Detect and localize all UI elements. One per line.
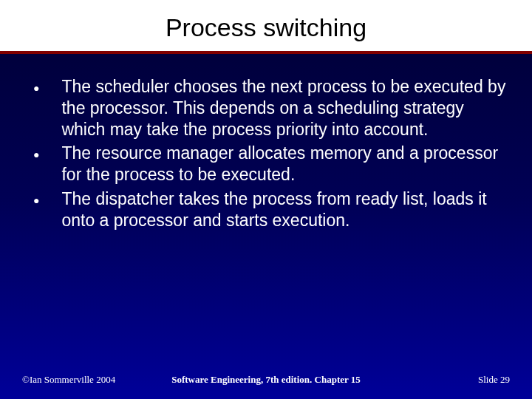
bullet-text: The resource manager allocates memory an… xyxy=(61,143,510,185)
footer-copyright: ©Ian Sommerville 2004 xyxy=(22,374,115,386)
bullet-icon: ● xyxy=(33,194,39,231)
bullet-item: ● The dispatcher takes the process from … xyxy=(33,188,510,231)
bullet-text: The scheduler chooses the next process t… xyxy=(61,76,510,140)
slide-title: Process switching xyxy=(0,13,532,42)
bullet-list: ● The scheduler chooses the next process… xyxy=(33,76,510,231)
footer-slide-number: Slide 29 xyxy=(478,374,510,386)
bullet-item: ● The resource manager allocates memory … xyxy=(33,143,510,185)
bullet-icon: ● xyxy=(33,82,39,140)
bullet-item: ● The scheduler chooses the next process… xyxy=(33,76,510,140)
bullet-icon: ● xyxy=(33,149,39,185)
footer-title: Software Engineering, 7th edition. Chapt… xyxy=(171,374,361,386)
slide-content: ● The scheduler chooses the next process… xyxy=(0,54,532,231)
bullet-text: The dispatcher takes the process from re… xyxy=(61,188,510,231)
slide-footer: ©Ian Sommerville 2004 Software Engineeri… xyxy=(0,374,532,386)
title-area: Process switching xyxy=(0,0,532,51)
